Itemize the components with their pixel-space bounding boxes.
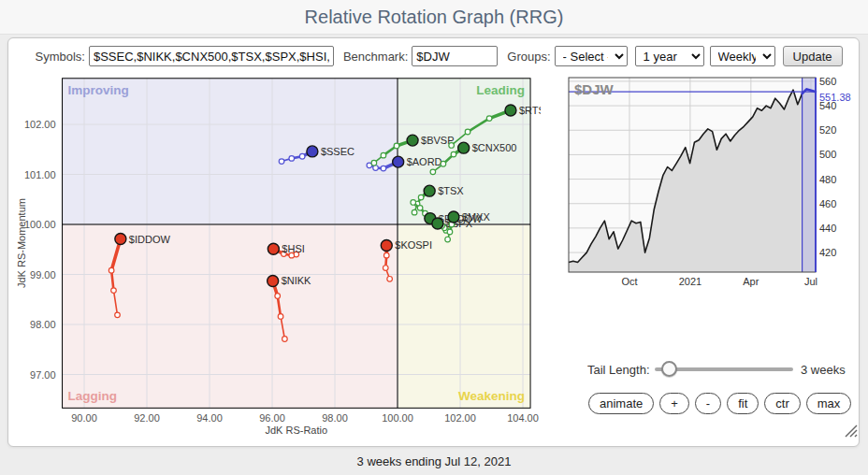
tail-length-label: Tail Length:	[587, 363, 650, 377]
svg-text:104.00: 104.00	[507, 412, 539, 424]
svg-text:420: 420	[819, 247, 836, 258]
svg-text:$CNX500: $CNX500	[472, 142, 517, 153]
zoom-in-button[interactable]: +	[659, 393, 689, 414]
svg-text:$DJW: $DJW	[574, 81, 615, 97]
svg-text:520: 520	[819, 124, 836, 136]
zoom-out-button[interactable]: -	[695, 393, 721, 414]
svg-text:551.38: 551.38	[819, 92, 851, 103]
frequency-select[interactable]: Weekly	[710, 46, 775, 66]
svg-text:JdK RS-Ratio: JdK RS-Ratio	[265, 425, 327, 436]
rrg-chart[interactable]: ImprovingLeadingLaggingWeakening90.0092.…	[17, 73, 541, 443]
svg-text:102.00: 102.00	[444, 412, 476, 424]
groups-label: Groups:	[507, 50, 550, 64]
svg-text:500: 500	[819, 149, 836, 160]
svg-text:$KOSPI: $KOSPI	[395, 239, 432, 251]
svg-text:560: 560	[819, 76, 836, 87]
symbols-input[interactable]	[89, 46, 334, 66]
symbols-label: Symbols:	[35, 50, 84, 64]
toolbar: Symbols: Benchmark: Groups: - Select - 1…	[17, 44, 851, 68]
title-bar: Relative Rotation Graph (RRG)	[0, 0, 868, 35]
svg-text:Leading: Leading	[476, 83, 525, 97]
svg-text:100.00: 100.00	[382, 412, 413, 424]
svg-text:100.00: 100.00	[24, 219, 56, 230]
footer-caption: 3 weeks ending Jul 12, 2021	[0, 454, 868, 468]
fit-button[interactable]: fit	[727, 393, 759, 414]
svg-text:98.00: 98.00	[322, 412, 348, 424]
svg-text:Lagging: Lagging	[68, 389, 118, 403]
svg-text:Weakening: Weakening	[458, 389, 525, 403]
svg-text:92.00: 92.00	[134, 412, 160, 424]
svg-text:$HSI: $HSI	[282, 243, 304, 254]
update-button[interactable]: Update	[783, 46, 843, 66]
svg-text:Oct: Oct	[621, 276, 637, 287]
svg-text:90.00: 90.00	[71, 412, 97, 424]
chart-button-row: animate + - fit ctr max	[588, 393, 851, 414]
svg-text:102.00: 102.00	[24, 119, 56, 130]
svg-text:98.00: 98.00	[30, 319, 56, 330]
svg-text:97.00: 97.00	[30, 369, 56, 381]
svg-text:94.00: 94.00	[196, 412, 223, 424]
animate-button[interactable]: animate	[588, 393, 654, 414]
svg-text:$AORD: $AORD	[407, 156, 442, 167]
maximize-button[interactable]: max	[806, 393, 852, 414]
svg-text:96.00: 96.00	[259, 412, 285, 424]
center-button[interactable]: ctr	[764, 393, 800, 414]
svg-text:99.00: 99.00	[30, 269, 56, 281]
svg-text:440: 440	[819, 223, 836, 234]
app-window: Relative Rotation Graph (RRG) Symbols: B…	[0, 0, 868, 475]
tail-length-slider-thumb[interactable]	[661, 361, 677, 377]
period-select[interactable]: 1 year	[635, 46, 704, 66]
svg-text:480: 480	[819, 174, 836, 185]
benchmark-label: Benchmark:	[343, 50, 408, 64]
svg-text:460: 460	[819, 198, 836, 209]
benchmark-chart[interactable]: 420440460480500520540560551.38Oct2021Apr…	[563, 75, 855, 292]
tail-length-value: 3 weeks	[801, 363, 846, 377]
svg-text:JdK RS-Momentum: JdK RS-Momentum	[17, 198, 27, 288]
svg-text:Apr: Apr	[743, 276, 759, 287]
svg-text:101.00: 101.00	[24, 169, 56, 180]
svg-text:$TSX: $TSX	[438, 185, 464, 196]
svg-text:$SSEC: $SSEC	[321, 146, 354, 157]
svg-text:$NIKK: $NIKK	[282, 275, 311, 286]
svg-text:Jul: Jul	[804, 276, 817, 287]
svg-text:Improving: Improving	[68, 83, 129, 97]
page-title: Relative Rotation Graph (RRG)	[0, 0, 868, 34]
resize-handle-icon[interactable]	[842, 422, 859, 439]
svg-text:$IDDOW: $IDDOW	[129, 234, 171, 245]
svg-text:$RTSI: $RTSI	[519, 105, 541, 116]
svg-text:2021: 2021	[679, 276, 702, 287]
benchmark-input[interactable]	[412, 46, 498, 66]
svg-text:$MXX: $MXX	[462, 211, 491, 223]
groups-select[interactable]: - Select -	[555, 46, 628, 66]
